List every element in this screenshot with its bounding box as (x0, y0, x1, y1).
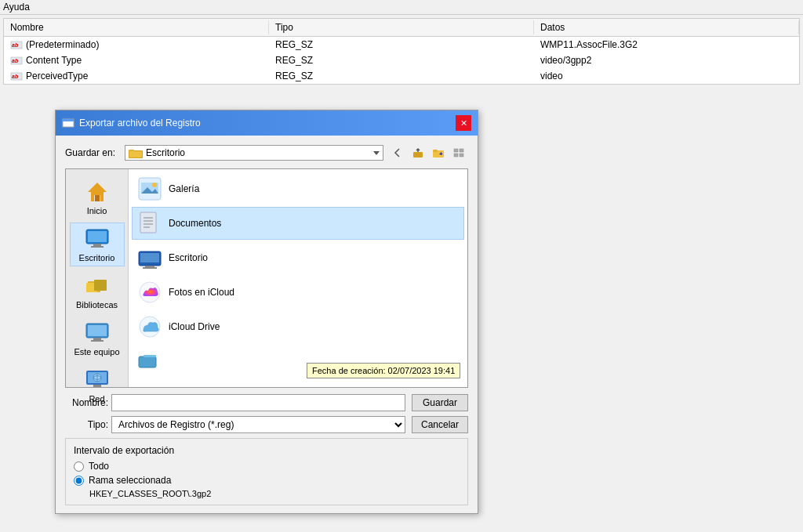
svg-rect-15 (454, 149, 458, 152)
nav-item-escritorio[interactable]: Escritorio (70, 223, 125, 266)
svg-rect-49 (143, 267, 157, 269)
save-in-value: Escritorio (146, 147, 185, 158)
radio-rama-label[interactable]: Rama seleccionada (89, 475, 171, 486)
filename-input[interactable] (111, 394, 405, 411)
radio-todo[interactable] (74, 461, 84, 472)
export-range-title: Intervalo de exportación (74, 445, 460, 456)
dropdown-arrow-icon (373, 151, 380, 155)
svg-text:+: + (439, 150, 443, 157)
svg-rect-31 (91, 340, 104, 342)
nav-item-escritorio-label: Escritorio (79, 253, 115, 262)
file-item-galeria-label: Galería (169, 183, 199, 194)
svg-rect-10 (129, 151, 142, 157)
file-item-escritorio[interactable]: Escritorio (132, 241, 464, 274)
svg-rect-18 (460, 154, 463, 157)
export-path: HKEY_CLASSES_ROOT\.3gp2 (74, 489, 460, 498)
export-range: Intervalo de exportación Todo Rama selec… (65, 438, 468, 505)
computer-icon (85, 320, 110, 346)
nav-item-inicio[interactable]: Inicio (70, 176, 125, 219)
view-button[interactable] (449, 143, 468, 162)
cancel-button[interactable]: Cancelar (412, 416, 468, 433)
file-item-fotos-label: Fotos en iCloud (169, 287, 234, 298)
svg-rect-47 (140, 253, 159, 262)
registry-editor: Ayuda Nombre Tipo Datos ab (Predetermina… (0, 0, 803, 532)
svg-rect-52 (139, 356, 156, 367)
nav-item-bibliotecas[interactable]: Bibliotecas (70, 270, 125, 313)
export-dialog: Exportar archivo del Registro ✕ Guardar … (55, 110, 478, 514)
dialog-titlebar: Exportar archivo del Registro ✕ (56, 110, 478, 136)
escritorio-file-icon (137, 245, 162, 270)
save-in-dropdown[interactable]: Escritorio (125, 145, 383, 161)
svg-point-40 (152, 183, 157, 187)
svg-rect-7 (63, 119, 74, 121)
file-item-icloud[interactable]: iCloud Drive (132, 310, 464, 343)
file-item-galeria[interactable]: Galería (132, 172, 464, 205)
browser-area: Inicio (65, 168, 468, 388)
documentos-icon (137, 211, 162, 236)
file-list: Galería Documentos (129, 169, 467, 387)
file-item-fotos[interactable]: Fotos en iCloud (132, 276, 464, 309)
nav-item-inicio-label: Inicio (87, 206, 107, 215)
dialog-body: Guardar en: Escritorio (56, 136, 478, 513)
dialog-title-icon (62, 117, 74, 129)
file-type-select[interactable]: Archivos de Registro (*.reg) (111, 416, 405, 433)
network-icon (85, 367, 110, 393)
file-item-icloud-label: iCloud Drive (169, 321, 220, 332)
up-folder-button[interactable] (409, 143, 427, 162)
nav-item-bibliotecas-label: Bibliotecas (76, 300, 118, 309)
svg-rect-13 (433, 150, 438, 152)
file-item-documentos[interactable]: Documentos (132, 207, 464, 240)
radio-todo-label[interactable]: Todo (89, 461, 109, 472)
svg-rect-20 (95, 195, 100, 201)
svg-rect-53 (144, 355, 156, 357)
toolbar-icons: + (388, 143, 468, 162)
new-folder-button[interactable]: + (429, 143, 448, 162)
folder-icon (129, 147, 143, 158)
back-button[interactable] (388, 143, 407, 162)
desktop-icon (85, 226, 110, 252)
file-item-documentos-label: Documentos (169, 218, 221, 229)
type-label: Tipo: (65, 419, 108, 430)
name-row: Nombre: Guardar (65, 394, 468, 411)
file-item-onedrive[interactable] (132, 345, 464, 378)
svg-rect-29 (88, 325, 107, 336)
radio-todo-row: Todo (74, 461, 460, 472)
titlebar-left: Exportar archivo del Registro (62, 117, 201, 129)
dialog-title: Exportar archivo del Registro (79, 118, 201, 128)
galeria-icon (137, 176, 162, 201)
nav-item-este-equipo[interactable]: Este equipo (70, 317, 125, 360)
nav-item-este-equipo-label: Este equipo (74, 347, 119, 356)
svg-rect-41 (140, 212, 156, 233)
svg-rect-24 (91, 246, 104, 248)
svg-rect-22 (88, 231, 107, 242)
home-icon (85, 179, 110, 204)
left-nav: Inicio (66, 169, 129, 387)
fotos-icon (137, 280, 162, 305)
svg-rect-34 (93, 385, 101, 387)
name-label: Nombre: (65, 397, 108, 408)
radio-rama[interactable] (74, 476, 84, 486)
save-in-label: Guardar en: (65, 147, 120, 158)
svg-rect-30 (93, 338, 101, 340)
libraries-icon (85, 273, 110, 299)
save-button[interactable]: Guardar (412, 394, 468, 411)
svg-rect-23 (93, 244, 101, 246)
onedrive-icon (137, 349, 162, 374)
file-item-escritorio-label: Escritorio (169, 252, 208, 263)
close-button[interactable]: ✕ (456, 115, 471, 131)
save-in-row: Guardar en: Escritorio (65, 143, 468, 162)
svg-rect-27 (94, 280, 107, 291)
icloud-icon (137, 314, 162, 339)
svg-rect-17 (454, 154, 458, 157)
dialog-overlay: Exportar archivo del Registro ✕ Guardar … (0, 0, 803, 532)
svg-rect-11 (413, 152, 423, 157)
svg-rect-16 (460, 149, 463, 152)
type-row: Tipo: Archivos de Registro (*.reg) Cance… (65, 416, 468, 433)
radio-rama-row: Rama seleccionada (74, 475, 460, 486)
svg-rect-48 (145, 266, 154, 267)
